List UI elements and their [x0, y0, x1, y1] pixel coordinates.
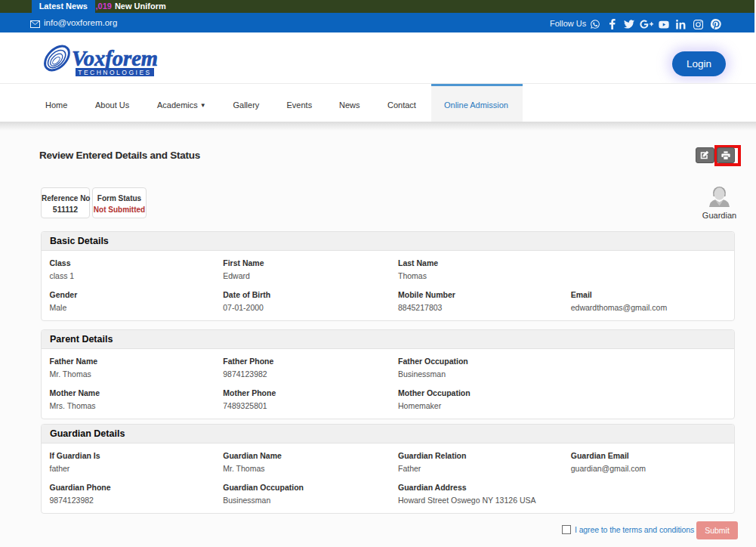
svg-text:Voxforem: Voxforem	[72, 47, 158, 70]
svg-text:TECHNOLOGIES: TECHNOLOGIES	[78, 69, 152, 76]
